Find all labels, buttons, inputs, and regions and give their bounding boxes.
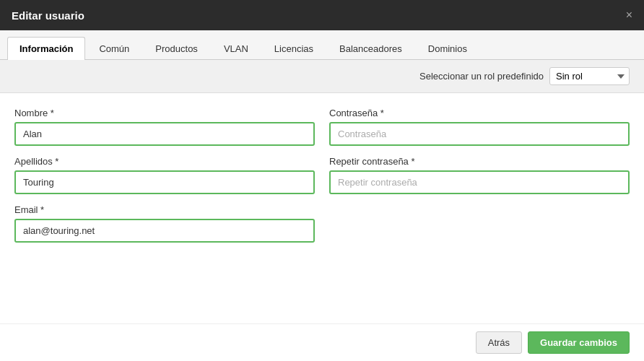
nombre-input[interactable]	[14, 122, 315, 146]
back-button[interactable]: Atrás	[476, 331, 522, 354]
edit-user-modal: Editar usuario × Información Común Produ…	[0, 0, 644, 361]
modal-title: Editar usuario	[12, 9, 84, 22]
tab-productos[interactable]: Productos	[143, 37, 210, 60]
form-body: Nombre * Contraseña * Apellidos * Repeti…	[0, 93, 644, 323]
nombre-group: Nombre *	[14, 108, 315, 146]
row-apellidos-repetir: Apellidos * Repetir contraseña *	[14, 156, 630, 194]
repetir-contrasena-label: Repetir contraseña *	[329, 156, 630, 167]
modal-header: Editar usuario ×	[0, 0, 644, 30]
role-bar: Seleccionar un rol predefinido Sin rol A…	[0, 60, 644, 93]
tab-balanceadores[interactable]: Balanceadores	[327, 37, 414, 60]
email-group: Email *	[14, 204, 315, 243]
apellidos-label: Apellidos *	[14, 156, 315, 167]
role-select[interactable]: Sin rol Administrador Usuario	[549, 67, 630, 85]
tabs-bar: Información Común Productos VLAN Licenci…	[0, 30, 644, 60]
repetir-contrasena-input[interactable]	[329, 170, 630, 194]
nombre-label: Nombre *	[14, 108, 315, 118]
row-nombre-contrasena: Nombre * Contraseña *	[14, 108, 630, 146]
save-button[interactable]: Guardar cambios	[528, 331, 630, 354]
email-label: Email *	[14, 204, 315, 215]
row-email: Email *	[14, 204, 630, 243]
close-button[interactable]: ×	[626, 9, 632, 21]
tab-licencias[interactable]: Licencias	[262, 37, 326, 60]
apellidos-input[interactable]	[14, 170, 315, 194]
repetir-contrasena-group: Repetir contraseña *	[329, 156, 630, 194]
contrasena-label: Contraseña *	[329, 108, 630, 118]
tab-informacion[interactable]: Información	[7, 37, 85, 60]
apellidos-group: Apellidos *	[14, 156, 315, 194]
email-input[interactable]	[14, 219, 315, 243]
contrasena-group: Contraseña *	[329, 108, 630, 146]
role-label: Seleccionar un rol predefinido	[419, 71, 544, 82]
modal-footer: Atrás Guardar cambios	[0, 323, 644, 361]
tab-vlan[interactable]: VLAN	[212, 37, 261, 60]
tab-comun[interactable]: Común	[87, 37, 142, 60]
contrasena-input[interactable]	[329, 122, 630, 146]
tab-dominios[interactable]: Dominios	[416, 37, 479, 60]
